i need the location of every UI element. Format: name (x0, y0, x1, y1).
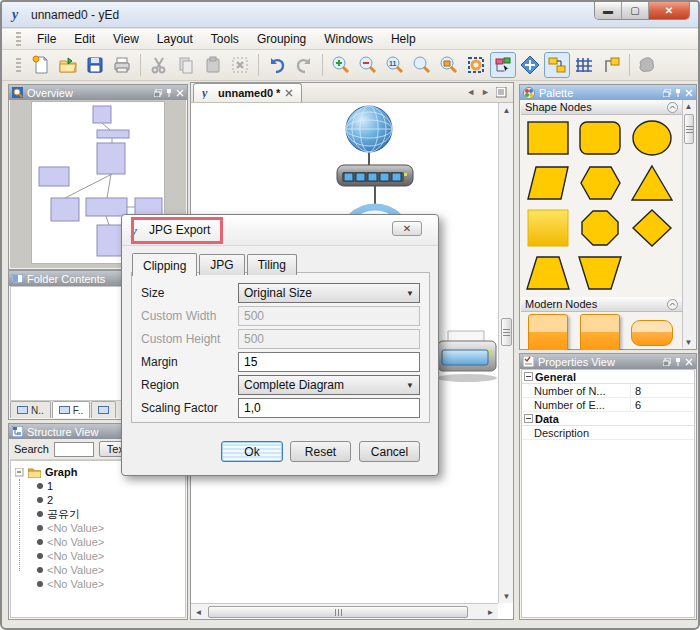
edge-label-icon[interactable] (598, 52, 624, 78)
palette-shape-trapezoid[interactable] (522, 250, 574, 295)
menu-view[interactable]: View (105, 30, 147, 48)
structure-tree[interactable]: Graph 1 2 공유기 <No Value> <No Value> <No … (10, 460, 186, 618)
menu-file[interactable]: File (29, 30, 64, 48)
palette-shape-rounded-rectangle[interactable] (574, 115, 626, 160)
layout-icon[interactable] (517, 52, 543, 78)
menu-grip[interactable] (16, 32, 21, 46)
tab-folder-contents[interactable]: F.. (52, 401, 91, 418)
scaling-factor-input[interactable] (238, 398, 420, 418)
toolbar-grip[interactable] (16, 58, 21, 72)
grid-icon[interactable] (571, 52, 597, 78)
internet-globe-node[interactable] (346, 106, 392, 152)
scroll-right-icon[interactable]: ► (483, 605, 498, 619)
tab-clipping[interactable]: Clipping (132, 253, 197, 276)
palette-scroll-thumb[interactable] (684, 114, 694, 144)
zoom-actual-size-icon[interactable]: 11 (382, 52, 408, 78)
palette-shape-octagon[interactable] (574, 205, 626, 250)
paste-icon[interactable] (200, 52, 226, 78)
menu-edit[interactable]: Edit (66, 30, 103, 48)
pin-icon[interactable] (674, 358, 682, 366)
close-button[interactable]: ✕ (649, 2, 689, 19)
cancel-button[interactable]: Cancel (359, 441, 420, 462)
maximize-button[interactable]: ▢ (622, 2, 649, 19)
reset-button[interactable]: Reset (290, 441, 351, 462)
custom-height-input[interactable] (238, 329, 420, 349)
copy-icon[interactable] (173, 52, 199, 78)
palette-shape-rectangle[interactable] (522, 115, 574, 160)
modern-nodes-header[interactable]: Modern Nodes (521, 297, 682, 312)
palette-shape-parallelogram[interactable] (522, 160, 574, 205)
tab-list-icon[interactable] (496, 87, 507, 98)
tree-node[interactable]: <No Value> (15, 521, 185, 535)
cut-icon[interactable] (146, 52, 172, 78)
switch-node[interactable] (337, 165, 413, 186)
zoom-out-icon[interactable] (355, 52, 381, 78)
size-combobox[interactable]: Original Size▼ (238, 283, 420, 303)
menu-windows[interactable]: Windows (316, 30, 381, 48)
fit-content-icon[interactable] (463, 52, 489, 78)
title-bar[interactable]: y unnamed0 - yEd ▬ ▢ ✕ (2, 2, 698, 28)
palette-shape-ellipse[interactable] (626, 115, 678, 160)
palette-shape-rectangle-3d[interactable] (522, 205, 574, 250)
property-group-general[interactable]: General (522, 370, 694, 384)
pin-icon[interactable] (165, 89, 173, 97)
float-icon[interactable] (663, 89, 671, 97)
tab-tiling[interactable]: Tiling (247, 254, 297, 275)
property-row[interactable]: Number of N... 8 (522, 384, 694, 398)
open-folder-icon[interactable] (55, 52, 81, 78)
collapse-icon[interactable] (524, 414, 533, 423)
property-row[interactable]: Description (522, 426, 694, 440)
menu-tools[interactable]: Tools (203, 30, 247, 48)
search-input[interactable] (54, 442, 94, 457)
overview-title-bar[interactable]: Overview (9, 85, 187, 100)
hierarchic-layout-icon[interactable] (544, 52, 570, 78)
vertical-scrollbar[interactable]: ▲ ▼ (498, 103, 513, 603)
tree-node[interactable]: 공유기 (15, 507, 185, 521)
print-icon[interactable] (109, 52, 135, 78)
save-icon[interactable] (82, 52, 108, 78)
shape-nodes-header[interactable]: Shape Nodes (521, 100, 682, 115)
group-icon[interactable] (635, 52, 661, 78)
tree-node[interactable]: <No Value> (15, 563, 185, 577)
properties-title-bar[interactable]: Properties View (520, 354, 696, 369)
custom-width-input[interactable] (238, 306, 420, 326)
menu-help[interactable]: Help (383, 30, 424, 48)
palette-modern-rectangle[interactable] (522, 312, 574, 350)
vertical-scroll-thumb[interactable] (501, 318, 512, 346)
palette-modern-rectangle[interactable] (574, 312, 626, 350)
printer-node[interactable] (437, 331, 497, 382)
zoom-icon[interactable] (409, 52, 435, 78)
region-combobox[interactable]: Complete Diagram▼ (238, 375, 420, 395)
menu-grouping[interactable]: Grouping (249, 30, 314, 48)
tree-node[interactable]: 1 (15, 479, 185, 493)
property-group-data[interactable]: Data (522, 412, 694, 426)
scroll-down-icon[interactable]: ▼ (499, 589, 514, 603)
menu-layout[interactable]: Layout (149, 30, 201, 48)
float-icon[interactable] (154, 89, 162, 97)
ok-button[interactable]: Ok (221, 441, 283, 462)
dialog-close-button[interactable]: ✕ (392, 221, 422, 236)
float-icon[interactable] (663, 358, 671, 366)
palette-title-bar[interactable]: Palette (520, 85, 696, 100)
tree-node[interactable]: <No Value> (15, 535, 185, 549)
new-document-icon[interactable] (28, 52, 54, 78)
pin-icon[interactable] (674, 89, 682, 97)
scroll-up-icon[interactable]: ▲ (499, 103, 514, 117)
scroll-down-icon[interactable]: ▼ (682, 336, 695, 348)
horizontal-scrollbar[interactable]: ◄ ► (191, 603, 498, 619)
undo-icon[interactable] (264, 52, 290, 78)
palette-shape-trapezoid-inverted[interactable] (574, 250, 626, 295)
horizontal-scroll-thumb[interactable] (208, 606, 468, 618)
tab-clipped[interactable] (91, 401, 116, 418)
close-panel-icon[interactable] (176, 89, 184, 97)
palette-shape-hexagon[interactable] (574, 160, 626, 205)
close-tab-icon[interactable] (285, 89, 293, 97)
redo-icon[interactable] (291, 52, 317, 78)
palette-scrollbar[interactable]: ▲ ▼ (682, 100, 695, 348)
palette-shape-triangle[interactable] (626, 160, 678, 205)
collapse-section-icon[interactable] (667, 102, 678, 113)
tab-neighborhood[interactable]: N.. (10, 401, 51, 418)
margin-input[interactable] (238, 352, 420, 372)
minimize-button[interactable]: ▬ (595, 2, 622, 19)
prev-tab-icon[interactable]: ◄ (466, 87, 475, 97)
